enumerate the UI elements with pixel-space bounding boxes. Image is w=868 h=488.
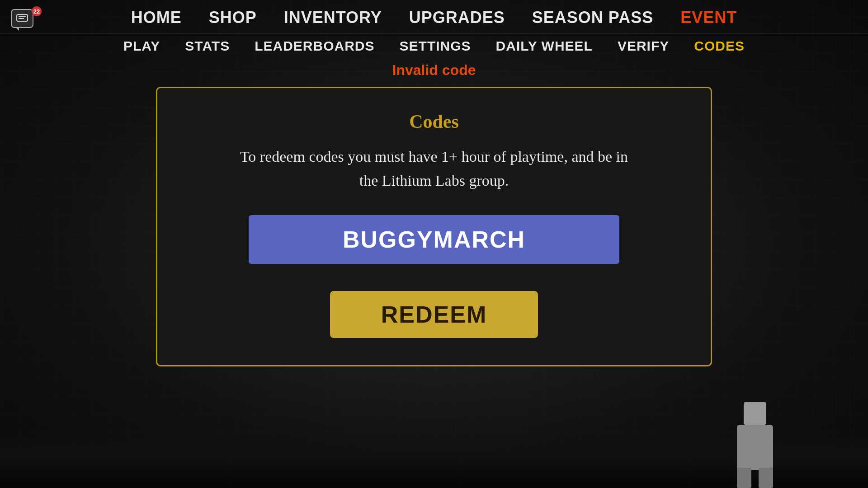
nav-verify[interactable]: VERIFY <box>618 38 669 54</box>
char-leg-right <box>759 468 773 488</box>
redeem-button[interactable]: REDEEM <box>330 291 538 338</box>
nav-inventory[interactable]: INVENTORY <box>284 8 382 27</box>
nav-daily-wheel[interactable]: DAILY WHEEL <box>496 38 593 54</box>
character-silhouette <box>714 398 814 488</box>
nav-shop[interactable]: SHOP <box>209 8 257 27</box>
char-head <box>744 402 766 425</box>
code-input[interactable] <box>249 215 619 264</box>
top-nav: HOME SHOP INVENTORY UPGRADES SEASON PASS… <box>0 0 868 34</box>
nav-settings[interactable]: SETTINGS <box>400 38 471 54</box>
nav-codes[interactable]: CODES <box>694 38 745 54</box>
nav-upgrades[interactable]: UPGRADES <box>409 8 505 27</box>
svg-rect-0 <box>17 14 28 21</box>
speech-icon <box>16 14 28 23</box>
char-body <box>737 425 773 470</box>
chat-badge: 22 <box>32 6 42 16</box>
invalid-code-message: Invalid code <box>0 58 868 79</box>
dialog-description: To redeem codes you must have 1+ hour of… <box>231 145 637 192</box>
nav-season-pass[interactable]: SEASON PASS <box>532 8 653 27</box>
codes-dialog: Codes To redeem codes you must have 1+ h… <box>156 87 712 366</box>
nav-home[interactable]: HOME <box>131 8 182 27</box>
chat-icon-container[interactable]: 22 <box>11 9 39 33</box>
second-nav: PLAY STATS LEADERBOARDS SETTINGS DAILY W… <box>0 34 868 58</box>
nav-stats[interactable]: STATS <box>185 38 230 54</box>
nav-event[interactable]: EVENT <box>680 8 737 27</box>
nav-leaderboards[interactable]: LEADERBOARDS <box>255 38 374 54</box>
nav-play[interactable]: PLAY <box>123 38 160 54</box>
char-leg-left <box>737 468 751 488</box>
chat-bubble[interactable] <box>11 9 33 28</box>
dialog-title: Codes <box>409 111 459 132</box>
